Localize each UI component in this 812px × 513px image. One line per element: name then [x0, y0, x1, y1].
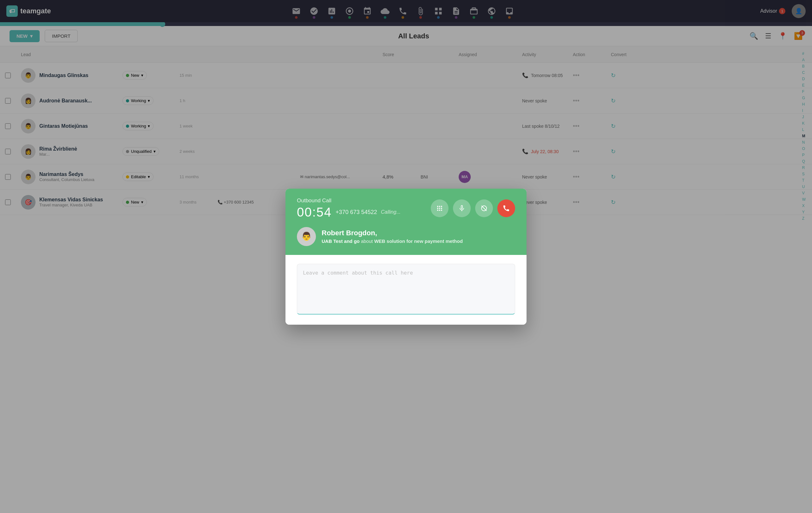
call-timer: 00:54 [297, 205, 332, 219]
contact-avatar: 👨 [297, 227, 316, 246]
mute-button[interactable] [453, 200, 471, 217]
svg-point-7 [439, 210, 440, 211]
contact-info: Robert Brogdon, UAB Test and go about WE… [322, 229, 515, 244]
modal-overlay[interactable]: Outbound Call 00:54 +370 673 54522 Calli… [0, 0, 812, 513]
contact-company: UAB Test and go [322, 238, 360, 244]
keypad-button[interactable] [431, 200, 448, 217]
call-number-row: 00:54 +370 673 54522 Calling... [297, 205, 401, 219]
record-button[interactable] [475, 200, 493, 217]
call-header: Outbound Call 00:54 +370 673 54522 Calli… [286, 189, 526, 255]
contact-topic: WEB solution for new payment method [374, 238, 463, 244]
contact-name[interactable]: Robert Brogdon, [322, 229, 515, 237]
svg-point-3 [437, 208, 438, 209]
call-number: +370 673 54522 [336, 209, 377, 216]
svg-point-1 [439, 206, 440, 207]
svg-point-0 [437, 206, 438, 207]
call-top-row: Outbound Call 00:54 +370 673 54522 Calli… [297, 198, 515, 219]
call-timer-section: Outbound Call 00:54 +370 673 54522 Calli… [297, 198, 401, 219]
hangup-button[interactable] [497, 200, 515, 217]
call-controls [431, 200, 515, 217]
call-type-label: Outbound Call [297, 198, 401, 204]
svg-point-2 [441, 206, 442, 207]
call-body [286, 255, 526, 325]
svg-point-6 [437, 210, 438, 211]
contact-about-text: about [361, 238, 373, 244]
svg-point-8 [441, 210, 442, 211]
svg-point-5 [441, 208, 442, 209]
call-comment-textarea[interactable] [297, 264, 515, 314]
call-contact-row: 👨 Robert Brogdon, UAB Test and go about … [297, 227, 515, 246]
contact-about: UAB Test and go about WEB solution for n… [322, 238, 515, 244]
call-status: Calling... [381, 209, 401, 215]
call-modal: Outbound Call 00:54 +370 673 54522 Calli… [286, 189, 526, 325]
svg-point-4 [439, 208, 440, 209]
